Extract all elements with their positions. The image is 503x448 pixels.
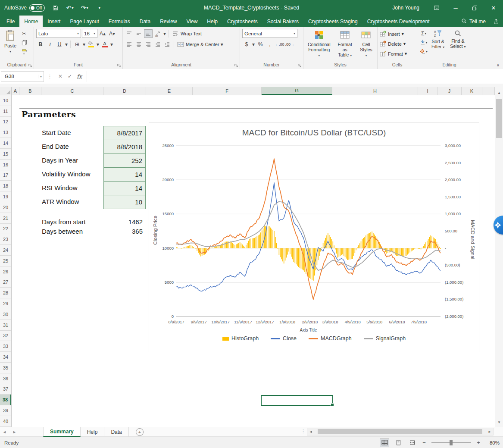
row-header-12[interactable]: 12 bbox=[0, 117, 11, 128]
chart[interactable]: MACD for Bitcoin/US Dollar (BTC/USD) 050… bbox=[149, 122, 479, 352]
decrease-indent-button[interactable] bbox=[153, 40, 162, 49]
zoom-level[interactable]: 80% bbox=[486, 440, 500, 445]
cells-area[interactable]: Parameters Start Date8/8/2017End Date8/8… bbox=[12, 95, 495, 427]
param-value-cell[interactable]: 14 bbox=[103, 181, 146, 195]
row-header-17[interactable]: 17 bbox=[0, 170, 11, 181]
insert-cells-button[interactable]: Insert▾ bbox=[380, 29, 407, 38]
align-right-button[interactable] bbox=[144, 40, 153, 49]
row-header-22[interactable]: 22 bbox=[0, 224, 11, 235]
row-header-35[interactable]: 35 bbox=[0, 363, 11, 373]
cell-styles-button[interactable]: CellStyles ▾ bbox=[357, 28, 375, 60]
ribbon-tab-file[interactable]: File bbox=[2, 16, 19, 27]
chart-title[interactable]: MACD for Bitcoin/US Dollar (BTC/USD) bbox=[149, 128, 479, 138]
legend-item-signalgraph[interactable]: SignalGraph bbox=[364, 335, 406, 341]
row-header-16[interactable]: 16 bbox=[0, 160, 11, 170]
tell-me-button[interactable]: Tell me bbox=[461, 18, 486, 25]
row-header-33[interactable]: 33 bbox=[0, 341, 11, 352]
page-break-view-button[interactable] bbox=[407, 439, 417, 447]
zoom-in-button[interactable]: + bbox=[475, 439, 481, 446]
column-header-D[interactable]: D bbox=[103, 87, 146, 95]
ribbon-tab-formulas[interactable]: Formulas bbox=[104, 16, 135, 27]
ribbon-tab-cryptosheets-development[interactable]: Cryptosheets Development bbox=[362, 16, 434, 27]
vertical-scroll-thumb[interactable] bbox=[496, 99, 502, 138]
decrease-decimal-button[interactable]: .00→ bbox=[285, 40, 295, 49]
ribbon-tab-cryptosheets[interactable]: Cryptosheets bbox=[222, 16, 262, 27]
zoom-slider[interactable] bbox=[431, 439, 471, 446]
row-header-32[interactable]: 32 bbox=[0, 331, 11, 341]
row-header-24[interactable]: 24 bbox=[0, 245, 11, 256]
font-dialog-launcher[interactable] bbox=[116, 63, 121, 68]
scroll-up-button[interactable]: ▲ bbox=[495, 89, 503, 97]
borders-button[interactable]: ⊞ bbox=[73, 40, 81, 49]
ribbon-tab-home[interactable]: Home bbox=[19, 16, 43, 27]
fill-color-button[interactable] bbox=[87, 40, 95, 49]
align-left-button[interactable] bbox=[125, 40, 134, 49]
increase-font-button[interactable]: A▴ bbox=[98, 29, 107, 38]
insert-function-button[interactable]: fx bbox=[75, 73, 84, 80]
ribbon-display-options-button[interactable] bbox=[427, 0, 446, 16]
row-header-21[interactable]: 21 bbox=[0, 213, 11, 224]
column-header-C[interactable]: C bbox=[41, 87, 103, 95]
accounting-format-button[interactable]: $ bbox=[242, 40, 251, 49]
param-value-cell[interactable]: 10 bbox=[103, 195, 146, 209]
autosum-button[interactable]: Σ▾ bbox=[419, 29, 428, 38]
zoom-slider-thumb[interactable] bbox=[450, 440, 453, 445]
align-top-button[interactable] bbox=[125, 29, 134, 38]
row-header-28[interactable]: 28 bbox=[0, 288, 11, 298]
row-header-25[interactable]: 25 bbox=[0, 256, 11, 266]
param-value-cell[interactable]: 252 bbox=[103, 154, 146, 168]
row-header-31[interactable]: 31 bbox=[0, 320, 11, 331]
row-header-15[interactable]: 15 bbox=[0, 149, 11, 160]
row-header-37[interactable]: 37 bbox=[0, 384, 11, 395]
conditional-formatting-button[interactable]: ≠ ConditionalFormatting ▾ bbox=[306, 28, 333, 60]
decrease-font-button[interactable]: A▾ bbox=[108, 29, 116, 38]
row-header-29[interactable]: 29 bbox=[0, 298, 11, 309]
number-dialog-launcher[interactable] bbox=[297, 63, 302, 68]
row-header-18[interactable]: 18 bbox=[0, 181, 11, 191]
scroll-right-button[interactable]: ► bbox=[486, 428, 493, 435]
row-header-10[interactable]: 10 bbox=[0, 95, 11, 106]
fill-handle[interactable] bbox=[331, 403, 334, 407]
cut-button[interactable]: ✂ bbox=[20, 29, 28, 38]
cancel-entry-button[interactable]: ✕ bbox=[56, 73, 65, 79]
restore-button[interactable] bbox=[465, 0, 484, 16]
new-sheet-button[interactable]: + bbox=[136, 428, 144, 436]
formula-input[interactable] bbox=[87, 71, 503, 82]
horizontal-scrollbar[interactable]: ◄ ► bbox=[307, 428, 494, 435]
zoom-out-button[interactable]: − bbox=[421, 439, 427, 446]
minimize-button[interactable]: ─ bbox=[446, 0, 465, 16]
align-middle-button[interactable] bbox=[134, 29, 143, 38]
sort-filter-button[interactable]: AZ Sort &Filter ▾ bbox=[429, 28, 447, 51]
column-header-K[interactable]: K bbox=[462, 87, 482, 95]
paste-button[interactable]: Paste▾ bbox=[2, 28, 19, 56]
prev-sheet-button[interactable]: ◄ bbox=[3, 430, 6, 434]
clipboard-dialog-launcher[interactable] bbox=[27, 63, 32, 68]
sheet-tab-data[interactable]: Data bbox=[104, 427, 128, 437]
copy-button[interactable] bbox=[20, 38, 28, 47]
format-cells-button[interactable]: Format▾ bbox=[380, 49, 407, 58]
legend-item-macdgraph[interactable]: MACDGraph bbox=[309, 335, 352, 341]
row-header-38[interactable]: 38 bbox=[0, 395, 11, 405]
row-header-13[interactable]: 13 bbox=[0, 127, 11, 138]
font-size-select[interactable]: 16▾ bbox=[82, 29, 97, 38]
row-header-40[interactable]: 40 bbox=[0, 416, 11, 427]
ribbon-tab-data[interactable]: Data bbox=[135, 16, 155, 27]
legend-item-histograph[interactable]: HistoGraph bbox=[222, 335, 259, 341]
ribbon-tab-review[interactable]: Review bbox=[155, 16, 181, 27]
column-header-I[interactable]: I bbox=[418, 87, 437, 95]
column-header-J[interactable]: J bbox=[437, 87, 462, 95]
chart-x-axis-title[interactable]: Axis Title bbox=[176, 328, 441, 332]
delete-cells-button[interactable]: Delete▾ bbox=[380, 39, 407, 48]
sheet-tab-summary[interactable]: Summary bbox=[43, 427, 81, 437]
scroll-down-button[interactable]: ▼ bbox=[495, 418, 503, 426]
legend-item-close[interactable]: Close bbox=[271, 335, 297, 341]
customize-quick-access-button[interactable]: ▾ bbox=[95, 2, 103, 13]
column-header-B[interactable]: B bbox=[19, 87, 41, 95]
italic-button[interactable]: I bbox=[46, 40, 54, 49]
increase-decimal-button[interactable]: ←.00 bbox=[275, 40, 284, 49]
underline-button[interactable]: U bbox=[55, 40, 64, 49]
redo-button[interactable]: ↷▾ bbox=[80, 2, 89, 13]
find-select-button[interactable]: Find &Select ▾ bbox=[448, 28, 468, 51]
clear-button[interactable]: ▾ bbox=[419, 47, 428, 56]
align-center-button[interactable] bbox=[134, 40, 143, 49]
